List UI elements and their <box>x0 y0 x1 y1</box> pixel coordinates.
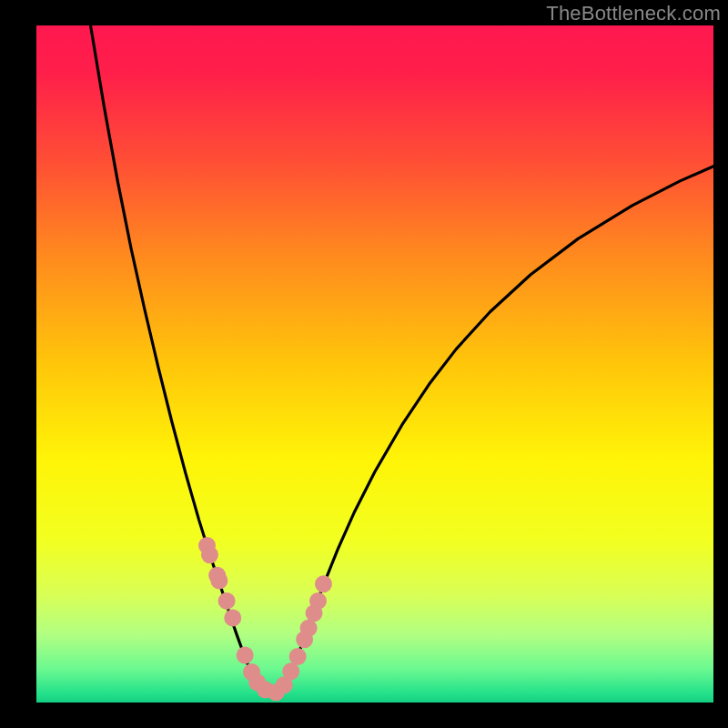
gradient-background <box>36 25 713 703</box>
highlight-marker <box>224 610 241 627</box>
highlight-marker <box>309 592 327 610</box>
plot-area <box>36 25 713 703</box>
highlight-marker <box>218 592 236 610</box>
highlight-marker <box>315 575 332 592</box>
highlight-marker <box>282 662 299 680</box>
watermark-text: TheBottleneck.com <box>546 2 721 25</box>
highlight-marker <box>289 648 307 665</box>
highlight-marker <box>237 646 254 663</box>
plot-svg <box>36 25 713 703</box>
chart-container: TheBottleneck.com <box>0 0 728 728</box>
highlight-marker <box>201 546 218 563</box>
highlight-marker <box>210 572 228 590</box>
highlight-marker <box>300 620 318 637</box>
